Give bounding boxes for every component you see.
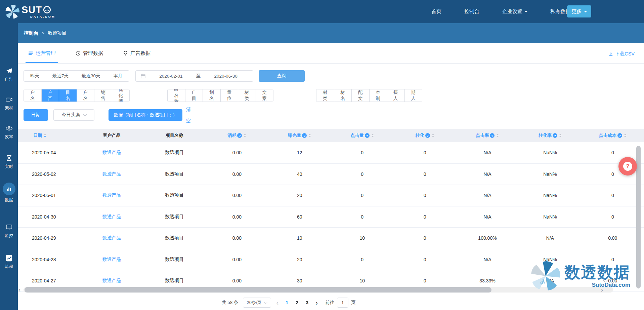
help-floating-button[interactable]: ? bbox=[618, 157, 637, 176]
page-number-1[interactable]: 1 bbox=[282, 300, 292, 305]
sidebar-item-效率[interactable]: 效率 bbox=[0, 125, 18, 140]
sort-carets-icon[interactable] bbox=[44, 134, 46, 138]
column-header-点击率[interactable]: 点击率? bbox=[456, 129, 519, 142]
chip-推广目的[interactable]: 推广目的 bbox=[185, 89, 203, 102]
topnav-item-1[interactable]: 首页 bbox=[420, 0, 453, 23]
hscroll-left-chevron-icon[interactable]: ‹ bbox=[18, 287, 20, 293]
sort-carets-icon[interactable] bbox=[432, 134, 434, 138]
page-number-2[interactable]: 2 bbox=[292, 300, 302, 305]
quick-range-最近30天[interactable]: 最近30天 bbox=[75, 71, 107, 81]
sort-asc-icon[interactable] bbox=[559, 134, 562, 135]
next-page-button[interactable]: › bbox=[315, 299, 318, 307]
chip-素材名称[interactable]: 素材名称 bbox=[334, 89, 352, 102]
sort-asc-icon[interactable] bbox=[44, 134, 46, 135]
sort-asc-icon[interactable] bbox=[371, 134, 374, 135]
breadcrumb-root[interactable]: 控制台 bbox=[24, 30, 39, 36]
sort-desc-icon[interactable] bbox=[371, 136, 374, 137]
chip-客户名称[interactable]: 客户名称 bbox=[24, 89, 41, 102]
prev-page-button[interactable]: ‹ bbox=[276, 299, 279, 307]
sidebar-item-广告[interactable]: 广告 bbox=[0, 67, 18, 82]
quick-range-昨天[interactable]: 昨天 bbox=[24, 71, 46, 81]
sort-desc-icon[interactable] bbox=[496, 136, 499, 137]
channel-select[interactable]: 今日头条 bbox=[53, 109, 94, 121]
sort-carets-icon[interactable] bbox=[559, 134, 562, 138]
column-header-转化[interactable]: 转化? bbox=[393, 129, 456, 142]
sort-asc-icon[interactable] bbox=[244, 134, 246, 135]
chip-拍摄人员[interactable]: 拍摄人员 bbox=[387, 89, 404, 102]
chip-匹配文案[interactable]: 匹配文案 bbox=[351, 89, 369, 102]
vertical-scrollbar-thumb[interactable] bbox=[636, 146, 641, 288]
sidebar-item-监控[interactable]: 监控 bbox=[0, 224, 18, 239]
sort-desc-icon[interactable] bbox=[432, 136, 434, 137]
chip-项目名称[interactable]: 项目名称 bbox=[59, 89, 77, 102]
page-size-select[interactable]: 20条/页 bbox=[243, 298, 271, 308]
sort-carets-icon[interactable] bbox=[244, 134, 246, 138]
quick-range-最近7天[interactable]: 最近7天 bbox=[46, 71, 75, 81]
chip-客户产品[interactable]: 客户产品 bbox=[41, 89, 59, 102]
help-question-icon[interactable]: ? bbox=[302, 133, 307, 138]
sidebar-item-素材[interactable]: 素材 bbox=[0, 96, 18, 111]
sort-desc-icon[interactable] bbox=[44, 136, 46, 137]
cell-客户产品[interactable]: 数透产品 bbox=[80, 142, 143, 163]
sort-desc-icon[interactable] bbox=[308, 136, 311, 137]
applied-filter-button[interactable]: 数据（项目名称：数透项目；） bbox=[109, 109, 182, 121]
sort-asc-icon[interactable] bbox=[432, 134, 434, 135]
brand-logo[interactable]: SUT DATA.COM bbox=[5, 4, 55, 20]
download-csv-link[interactable]: 下载CSV bbox=[608, 51, 635, 57]
help-question-icon[interactable]: ? bbox=[425, 133, 430, 138]
tab-管理数据[interactable]: 管理数据 bbox=[74, 43, 104, 63]
help-question-icon[interactable]: ? bbox=[553, 133, 557, 138]
sort-carets-icon[interactable] bbox=[371, 134, 374, 138]
sort-asc-icon[interactable] bbox=[496, 134, 499, 135]
query-button[interactable]: 查询 bbox=[259, 70, 305, 82]
horizontal-scrollbar[interactable] bbox=[24, 287, 613, 293]
sort-carets-icon[interactable] bbox=[496, 134, 499, 138]
chip-计划名称[interactable]: 计划名称 bbox=[203, 89, 220, 102]
sort-asc-icon[interactable] bbox=[624, 134, 627, 135]
chip-流量位置[interactable]: 流量位置 bbox=[220, 89, 238, 102]
column-header-消耗[interactable]: 消耗? bbox=[206, 129, 268, 142]
cell-客户产品[interactable]: 数透产品 bbox=[80, 164, 143, 185]
column-header-转化率[interactable]: 转化率? bbox=[519, 129, 581, 142]
help-question-icon[interactable]: ? bbox=[237, 133, 242, 138]
help-question-icon[interactable]: ? bbox=[490, 133, 495, 138]
help-question-icon[interactable]: ? bbox=[617, 133, 622, 138]
sidebar-item-数据[interactable]: 数据 bbox=[0, 183, 18, 203]
column-header-点击成本[interactable]: 点击成本? bbox=[582, 129, 644, 142]
chip-组名称[interactable]: 组名称 bbox=[168, 89, 185, 102]
clear-filters-link[interactable]: 清空 bbox=[186, 104, 191, 126]
column-header-点击量[interactable]: 点击量? bbox=[331, 129, 393, 142]
more-button[interactable]: 更多 bbox=[567, 5, 591, 17]
sort-desc-icon[interactable] bbox=[559, 136, 562, 137]
column-header-曝光量[interactable]: 曝光量? bbox=[268, 129, 331, 142]
cell-客户产品[interactable]: 数透产品 bbox=[80, 249, 143, 270]
horizontal-scrollbar-thumb[interactable] bbox=[25, 287, 491, 293]
chip-销售[interactable]: 销售 bbox=[94, 89, 112, 102]
sort-desc-icon[interactable] bbox=[624, 136, 627, 137]
quick-range-本月[interactable]: 本月 bbox=[107, 71, 129, 81]
cell-客户产品[interactable]: 数透产品 bbox=[80, 185, 143, 206]
chip-素材类型[interactable]: 素材类型 bbox=[238, 89, 256, 102]
sort-carets-icon[interactable] bbox=[624, 134, 627, 138]
sort-asc-icon[interactable] bbox=[308, 134, 311, 135]
cell-客户产品[interactable]: 数透产品 bbox=[80, 228, 143, 249]
chip-账户名称[interactable]: 账户名称 bbox=[77, 89, 94, 102]
tab-广告数据[interactable]: 广告数据 bbox=[122, 43, 152, 63]
chip-优化师[interactable]: 优化师 bbox=[112, 89, 130, 102]
sidebar-item-实时[interactable]: 实时 bbox=[0, 154, 18, 169]
topnav-item-3[interactable]: 企业设置 bbox=[491, 0, 539, 23]
date-range-input[interactable]: 2020-02-01 至 2020-06-30 bbox=[135, 70, 253, 82]
sort-carets-icon[interactable] bbox=[308, 134, 311, 138]
sidebar-item-流程[interactable]: 流程 bbox=[0, 255, 18, 270]
chip-后期人员[interactable]: 后期人员 bbox=[404, 89, 422, 102]
tab-运营管理[interactable]: 运营管理 bbox=[27, 43, 57, 63]
dimension-date-button[interactable]: 日期 bbox=[24, 109, 48, 121]
chip-文案[interactable]: 文案 bbox=[256, 89, 273, 102]
sort-desc-icon[interactable] bbox=[244, 136, 246, 137]
cell-客户产品[interactable]: 数透产品 bbox=[80, 206, 143, 228]
topnav-item-2[interactable]: 控制台 bbox=[453, 0, 491, 23]
page-number-3[interactable]: 3 bbox=[302, 300, 312, 305]
chip-素材类型[interactable]: 素材类型 bbox=[316, 89, 334, 102]
chip-脚本制作[interactable]: 脚本制作 bbox=[369, 89, 387, 102]
goto-page-input[interactable] bbox=[337, 298, 348, 308]
